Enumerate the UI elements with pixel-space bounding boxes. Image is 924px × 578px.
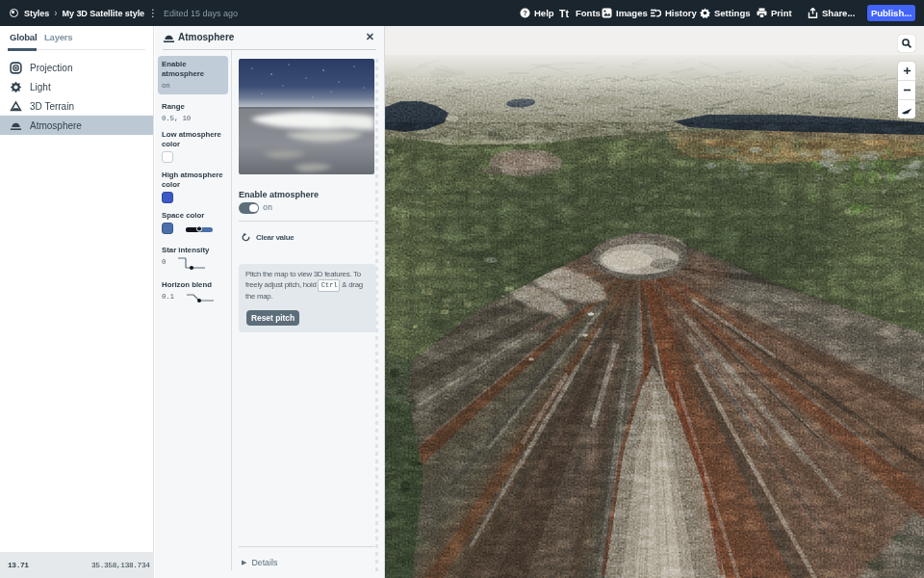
svg-text:?: ?: [523, 9, 527, 17]
svg-text:Tt: Tt: [559, 8, 569, 18]
